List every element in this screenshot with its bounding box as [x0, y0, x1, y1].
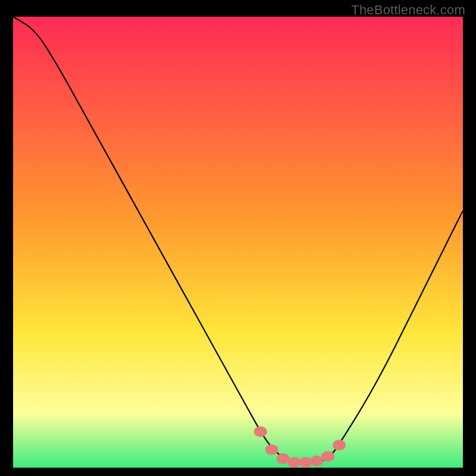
- highlight-marker: [321, 451, 334, 462]
- highlight-marker: [265, 444, 278, 455]
- highlight-marker: [288, 457, 301, 468]
- watermark-text: TheBottleneck.com: [351, 2, 465, 18]
- chart-svg: [0, 0, 476, 476]
- highlight-marker: [299, 457, 312, 468]
- highlight-marker: [310, 456, 323, 466]
- chart-frame: TheBottleneck.com: [0, 0, 476, 476]
- highlight-marker: [254, 426, 267, 437]
- highlight-marker: [277, 453, 290, 464]
- plot-background: [13, 17, 463, 468]
- highlight-marker: [333, 440, 346, 450]
